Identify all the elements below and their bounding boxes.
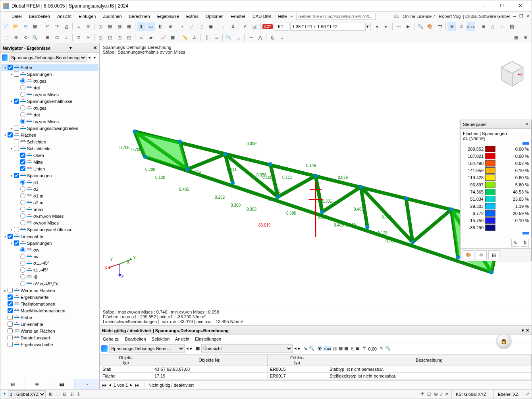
tree-radio[interactable] <box>20 180 25 185</box>
tree-checkbox[interactable] <box>14 139 19 144</box>
open-icon[interactable]: 📂 <box>12 22 20 31</box>
tree--2[interactable]: σ2 <box>1 186 98 192</box>
tree-linienn-hte[interactable]: ▾Liniennähte <box>1 233 98 240</box>
mode-solid-icon[interactable]: ◧ <box>156 22 165 31</box>
pager-last-icon[interactable]: ⏭ <box>135 383 139 387</box>
viewport[interactable]: Spannungs-Dehnungs-Berechnung Stäbe | Sp… <box>100 43 532 389</box>
mode-members-icon[interactable]: ▮ <box>137 22 146 31</box>
filter-icon[interactable]: 🔍 <box>416 22 425 31</box>
tree-radio[interactable] <box>20 213 25 219</box>
legend-edit-icon[interactable]: ✎ <box>511 239 519 247</box>
bp-menu-bearbeiten[interactable]: Bearbeiten <box>125 337 146 341</box>
menu-fenster[interactable]: Fenster <box>227 13 249 20</box>
pager-first-icon[interactable]: ⏮ <box>102 383 106 387</box>
tree-checkbox[interactable] <box>8 328 13 333</box>
snap-icon[interactable]: ⊡ <box>52 33 61 42</box>
tab-display-icon[interactable]: 👁 <box>25 379 50 389</box>
menu-ergebnisse[interactable]: Ergebnisse <box>154 13 182 20</box>
load2-icon[interactable]: ⇊ <box>228 22 237 31</box>
calc2-icon[interactable]: ⚙ <box>84 22 93 31</box>
tree--w[interactable]: σw <box>1 246 98 253</box>
iso1-icon[interactable]: ◱ <box>96 33 105 42</box>
menu-extras[interactable]: Extras <box>183 13 202 20</box>
pager-prev-icon[interactable]: ◂ <box>109 382 111 387</box>
tree-checkbox[interactable] <box>14 99 19 104</box>
sb-lock-icon[interactable]: ⤢ <box>526 391 529 397</box>
table-icon[interactable]: ▦ <box>168 33 177 42</box>
tree-radio[interactable] <box>20 186 25 192</box>
model-canvas[interactable]: 0.7060.1200.4850.2520.3000.3030.0580.105… <box>100 56 532 308</box>
anim-icon[interactable]: ▶ <box>404 22 412 31</box>
shade-icon[interactable]: ▰ <box>146 33 155 42</box>
tree-darstellungsart[interactable]: Darstellungsart <box>1 334 98 341</box>
tab-data-icon[interactable]: ▤ <box>0 379 25 389</box>
tree--v-von-mises[interactable]: σv,von Mises <box>1 219 98 226</box>
tree-werte-an-fl-chen[interactable]: Werte an Flächen <box>1 327 98 334</box>
support-icon[interactable]: △ <box>488 22 497 31</box>
search-input[interactable] <box>296 13 376 20</box>
assistant-avatar[interactable]: 👩 <box>496 333 512 349</box>
tree-checkbox[interactable] <box>20 166 25 171</box>
envelope-icon[interactable]: ◡ <box>234 33 243 42</box>
tree-checkbox[interactable] <box>14 72 19 77</box>
bp-val-icon[interactable]: x.xx <box>324 346 332 351</box>
tree-checkbox[interactable] <box>8 65 13 70</box>
menu-cad-bim[interactable]: CAD-BIM <box>249 13 274 20</box>
mdi-close[interactable]: ✕ <box>526 14 530 19</box>
tab-results-icon[interactable]: 〰 <box>75 379 99 389</box>
tree--v-w-45-ed[interactable]: σV.w,-45°,Ed <box>1 280 98 287</box>
tree-radio[interactable] <box>20 220 25 225</box>
tree--x-ges[interactable]: σx,ges <box>1 77 98 84</box>
menu-berechnen[interactable]: Berechnen <box>126 13 153 20</box>
tree-checkbox[interactable] <box>8 132 13 138</box>
tree-spannungsverh-ltnisse[interactable]: ▸Spannungsverhältnisse <box>1 226 98 233</box>
tree-schichten[interactable]: Schichten <box>1 138 98 145</box>
tree-spannungen[interactable]: ▾Spannungen <box>1 71 98 77</box>
tree-checkbox[interactable] <box>8 322 13 327</box>
blocks-icon[interactable]: ▦ <box>31 22 39 31</box>
bp-eye-icon[interactable]: 👁 <box>318 346 322 351</box>
results-icon[interactable]: 📊 <box>250 22 259 31</box>
wire-icon[interactable]: ▱ <box>137 33 146 42</box>
bottom-combo-table[interactable]: Übersicht <box>201 344 293 353</box>
graph-icon[interactable]: 📉 <box>224 33 233 42</box>
iso4-icon[interactable]: ◰ <box>125 33 133 42</box>
undo-icon[interactable]: ↶ <box>43 22 52 31</box>
tree-checkbox[interactable] <box>8 294 13 300</box>
bp-menu-selektion[interactable]: Selektion <box>152 337 170 341</box>
panel-tab-scale-icon[interactable]: ⚖ <box>476 250 487 259</box>
mat-icon[interactable]: ▣ <box>206 22 215 31</box>
sb-snap-icon[interactable]: ✛ <box>420 391 424 397</box>
tree-ergebnisschnitte[interactable]: Ergebnisschnitte <box>1 341 98 348</box>
bottom-table[interactable]: Objekt-typObjekte Nr.Fehler-typBeschreib… <box>100 354 532 380</box>
tree-radio[interactable] <box>20 247 25 252</box>
ruler-icon[interactable]: 📏 <box>181 33 189 42</box>
sb-3-icon[interactable]: ⊡ <box>63 391 66 397</box>
menu-optionen[interactable]: Optionen <box>202 13 227 20</box>
bottom-pin-icon[interactable]: ▾ <box>522 328 524 333</box>
tree-oben[interactable]: Oben <box>1 152 98 159</box>
member-res-icon[interactable]: ┃ <box>202 33 211 42</box>
zoom-icon[interactable]: 🔍 <box>31 33 39 42</box>
def-icon[interactable]: 〰 <box>394 22 403 31</box>
tree-unten[interactable]: Unten <box>1 165 98 172</box>
cs-icon[interactable]: ✦ <box>3 391 6 397</box>
clip-icon[interactable]: ✂ <box>84 33 93 42</box>
tree--tot[interactable]: τtot <box>1 84 98 91</box>
tree-schichtseite[interactable]: ▾Schichtseite <box>1 145 98 152</box>
tree--[interactable]: τ∥ <box>1 273 98 280</box>
table-row[interactable]: Stab43-57,62,63,67,68ER0015Stabtyp ist n… <box>100 366 532 373</box>
mode-fem-icon[interactable]: ⊞ <box>166 22 174 31</box>
lk-dropdown-icon[interactable]: ▾ <box>366 24 369 29</box>
navigator-combo[interactable]: Spannungs-Dehnungs-Berechnung <box>9 54 87 62</box>
sb-grid-icon[interactable]: ⊞ <box>427 391 431 397</box>
tree--1[interactable]: σ1 <box>1 179 98 186</box>
bp-resfilter-icon[interactable]: 〒 <box>362 345 367 351</box>
formula-input[interactable] <box>290 23 366 31</box>
node-icon[interactable]: • <box>178 22 187 31</box>
mode-surf-icon[interactable]: ▭ <box>146 22 155 31</box>
tree-spannungen[interactable]: ▾Spannungen <box>1 240 98 246</box>
tree-werte-an-fl-chen[interactable]: ▸Werte an Flächen <box>1 287 98 294</box>
ortho-icon[interactable]: ⊥ <box>62 33 71 42</box>
control-panel-header[interactable]: Steuerpanel ✕ <box>461 120 531 129</box>
